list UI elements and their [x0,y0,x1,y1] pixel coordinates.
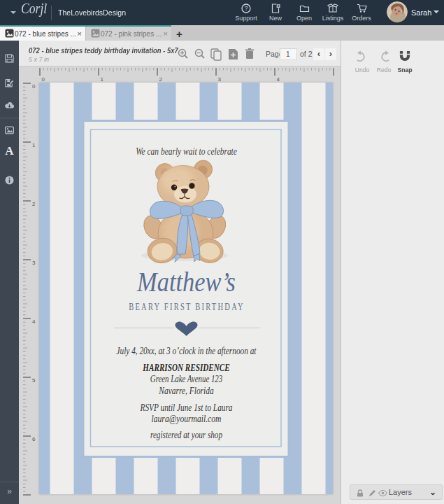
svg-text:2: 2 [159,76,163,82]
svg-text:July 4, 20xx, at 3 o’clock in: July 4, 20xx, at 3 o’clock in the aftern… [116,345,256,357]
svg-text:2: 2 [32,201,36,207]
svg-text:We can bearly wait to celebrat: We can bearly wait to celebrate [136,146,237,158]
svg-text:1: 1 [32,142,36,148]
svg-text:0: 0 [32,83,36,90]
svg-text:laura@yourmail.com: laura@yourmail.com [152,412,222,424]
svg-text:6: 6 [32,436,36,442]
svg-text:HARRISON RESIDENCE: HARRISON RESIDENCE [143,361,230,373]
svg-text:1: 1 [101,76,104,82]
svg-text:4: 4 [32,318,36,325]
svg-text:3: 3 [218,76,222,82]
svg-text:RSVP until June 1st to Laura: RSVP until June 1st to Laura [140,401,233,413]
svg-text:5: 5 [32,377,36,384]
svg-text:Green Lake Avenue 123: Green Lake Avenue 123 [150,373,222,384]
svg-text:?: ? [245,5,248,12]
svg-text:Navarre, Florida: Navarre, Florida [158,384,214,396]
svg-text:Matthew’s: Matthew’s [136,267,236,298]
svg-text:3: 3 [32,260,36,266]
svg-text:BEARY FIRST BIRTHDAY: BEARY FIRST BIRTHDAY [129,300,245,312]
svg-text:registered at your shop: registered at your shop [150,428,222,440]
svg-text:0: 0 [42,76,45,82]
svg-text:4: 4 [277,76,280,82]
